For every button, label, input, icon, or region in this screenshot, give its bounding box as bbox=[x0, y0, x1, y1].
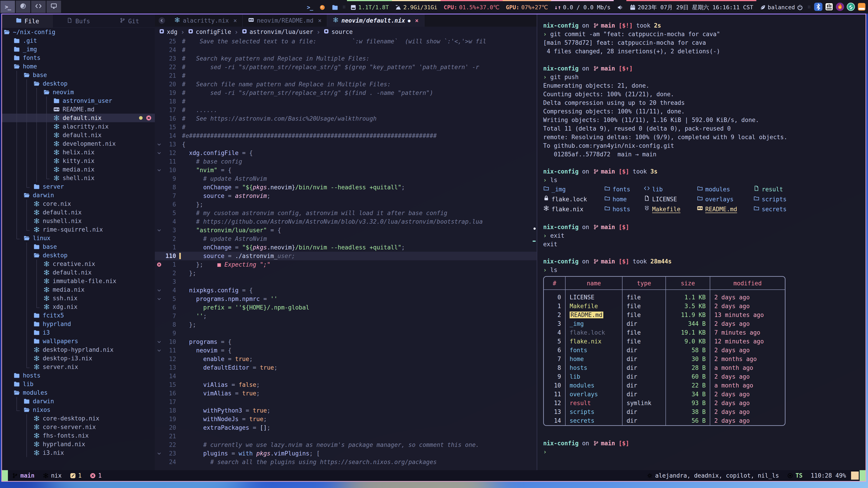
fold-chevron-icon[interactable] bbox=[155, 449, 163, 458]
topbar-module-disk[interactable]: 1.1T/1.8T bbox=[347, 0, 392, 13]
tray-flameshot[interactable] bbox=[835, 2, 844, 11]
tree-item[interactable]: darwin bbox=[2, 191, 155, 199]
tree-item[interactable]: development.nix bbox=[2, 139, 155, 148]
fold-chevron-icon[interactable] bbox=[155, 337, 163, 346]
code-token: with bbox=[239, 450, 253, 457]
close-icon[interactable]: × bbox=[234, 17, 237, 24]
workspace-button-1[interactable]: >_ bbox=[0, 1, 15, 13]
statusline-position: 110:28 49% bbox=[807, 472, 850, 479]
tree-item[interactable]: core.nix bbox=[2, 199, 155, 208]
topbar-module-cpu[interactable]: CPU: 01.5%+37.0℃ bbox=[440, 0, 503, 13]
editor-tab-2[interactable]: neovim/README.md× bbox=[243, 14, 327, 27]
fold-chevron-icon[interactable] bbox=[155, 286, 163, 295]
topbar-module-power-profile[interactable]: balanced bbox=[756, 0, 806, 13]
tree-item[interactable]: immutable-file.nix bbox=[2, 277, 155, 285]
tree-item[interactable]: kitty.nix bbox=[2, 157, 155, 165]
tree-item[interactable]: media.nix bbox=[2, 285, 155, 294]
editor-tab-1[interactable]: alacritty.nix× bbox=[169, 14, 243, 27]
tree-item[interactable]: hyprland bbox=[2, 320, 155, 328]
tree-item[interactable]: fhs-fonts.nix bbox=[2, 431, 155, 440]
topbar-module-gpu[interactable]: GPU: 07%+27℃ bbox=[503, 0, 551, 13]
fold-chevron-icon[interactable] bbox=[155, 226, 163, 234]
tree-item[interactable]: default.nix bbox=[2, 208, 155, 217]
tree-item[interactable]: shell.nix bbox=[2, 174, 155, 182]
fold-chevron-icon[interactable] bbox=[155, 140, 163, 149]
tree-item[interactable]: media.nix bbox=[2, 165, 155, 174]
tree-item[interactable]: base bbox=[2, 71, 155, 79]
code-token: = bbox=[249, 364, 260, 371]
tree-tab-file[interactable]: File bbox=[2, 14, 53, 28]
tree-item[interactable]: .git bbox=[2, 36, 155, 45]
editor-tab-3[interactable]: neovim/default.nix●× bbox=[327, 14, 424, 27]
tree-item[interactable]: nixos bbox=[2, 405, 155, 414]
tree-item[interactable]: i3.nix bbox=[2, 449, 155, 457]
tree-item[interactable]: home bbox=[2, 62, 155, 71]
tree-guide bbox=[22, 242, 32, 251]
breadcrumb-item[interactable]: source bbox=[323, 29, 352, 35]
tree-item[interactable]: base bbox=[2, 242, 155, 251]
breadcrumb-item[interactable]: xdg bbox=[159, 29, 178, 35]
topbar-module-network[interactable]: ↓↑ 0.0 / 0.0 Mb/s bbox=[551, 0, 614, 13]
tree-item[interactable]: server.nix bbox=[2, 363, 155, 371]
tree-item[interactable]: desktop bbox=[2, 79, 155, 88]
tree-item[interactable]: ~/nix-config bbox=[2, 28, 155, 36]
tree-item[interactable]: ssh.nix bbox=[2, 294, 155, 302]
tree-item[interactable]: fonts bbox=[2, 54, 155, 62]
gutter-sign bbox=[179, 252, 182, 260]
tree-item[interactable]: default.nix bbox=[2, 268, 155, 277]
tree-item[interactable]: helix.nix bbox=[2, 148, 155, 157]
tree-tab-git[interactable]: Git bbox=[104, 14, 155, 28]
code-area[interactable]: 25# Save the selected text to a file: `:… bbox=[155, 37, 537, 470]
tree-item[interactable]: hosts bbox=[2, 371, 155, 380]
code-line: 16# See https://astronvim.com/Basic%20Us… bbox=[155, 114, 537, 123]
workspace-button-4[interactable] bbox=[46, 1, 61, 13]
close-icon[interactable]: × bbox=[415, 17, 418, 24]
tree-item[interactable]: desktop-i3.nix bbox=[2, 354, 155, 363]
tree-item[interactable]: desktop-hyprland.nix bbox=[2, 346, 155, 354]
tree-item[interactable]: nushell.nix bbox=[2, 217, 155, 225]
tree-item[interactable]: creative.nix bbox=[2, 260, 155, 268]
tree-item[interactable]: alacritty.nix bbox=[2, 122, 155, 131]
tree-item[interactable]: lib bbox=[2, 380, 155, 388]
tree-item[interactable]: default.nix bbox=[2, 113, 155, 122]
tree-item[interactable]: astronvim_user bbox=[2, 96, 155, 105]
close-icon[interactable]: × bbox=[318, 17, 322, 24]
tray-orangeapp[interactable] bbox=[857, 2, 866, 11]
tray-tealapp[interactable] bbox=[846, 2, 855, 11]
topbar-module-memory[interactable]: 2.9Gi/31Gi bbox=[392, 0, 440, 13]
tree-item[interactable]: xdg.nix bbox=[2, 302, 155, 311]
fold-chevron-icon[interactable] bbox=[155, 346, 163, 355]
tree-item[interactable]: core-desktop.nix bbox=[2, 414, 155, 423]
tree-item[interactable]: rime-squirrel.nix bbox=[2, 225, 155, 234]
fold-chevron-icon[interactable] bbox=[155, 149, 163, 157]
tree-item[interactable]: core-server.nix bbox=[2, 423, 155, 431]
tray-ime[interactable] bbox=[825, 2, 834, 11]
fold-chevron-icon[interactable] bbox=[155, 295, 163, 303]
workspace-button-2[interactable] bbox=[16, 1, 30, 13]
tree-item[interactable]: neovim bbox=[2, 88, 155, 96]
tree-item[interactable]: wallpapers bbox=[2, 337, 155, 346]
tree-item[interactable]: _img bbox=[2, 45, 155, 54]
breadcrumb-item[interactable]: configFile bbox=[188, 29, 231, 35]
tab-scroll-left-button[interactable] bbox=[155, 14, 169, 27]
tree-item[interactable]: i3 bbox=[2, 328, 155, 337]
topbar-module-datetime[interactable]: 2023年 07月 29日 星期六 16:16:11 CST bbox=[626, 0, 756, 13]
tree-item[interactable]: desktop bbox=[2, 251, 155, 260]
tree-item[interactable]: linux bbox=[2, 234, 155, 242]
tree-item[interactable]: hyprland.nix bbox=[2, 440, 155, 449]
fold-chevron-icon[interactable] bbox=[155, 166, 163, 174]
topbar-module-volume[interactable] bbox=[614, 0, 626, 13]
tree-item[interactable]: modules bbox=[2, 388, 155, 397]
tree-guide bbox=[12, 346, 22, 354]
ls-entry: flake.nix bbox=[543, 205, 604, 214]
tree-item[interactable]: README.md bbox=[2, 105, 155, 113]
tree-item[interactable]: fcitx5 bbox=[2, 311, 155, 320]
breadcrumb-item[interactable]: astronvim/lua/user bbox=[242, 29, 313, 35]
terminal-panel[interactable]: nix-config on main [$!] took 2s› git com… bbox=[537, 14, 866, 470]
tree-item[interactable]: default.nix bbox=[2, 131, 155, 139]
workspace-button-3[interactable] bbox=[31, 1, 46, 13]
tree-item[interactable]: server bbox=[2, 182, 155, 191]
tree-item[interactable]: darwin bbox=[2, 397, 155, 405]
tray-bt[interactable] bbox=[814, 2, 823, 11]
tree-tab-bufs[interactable]: Bufs bbox=[53, 14, 104, 28]
